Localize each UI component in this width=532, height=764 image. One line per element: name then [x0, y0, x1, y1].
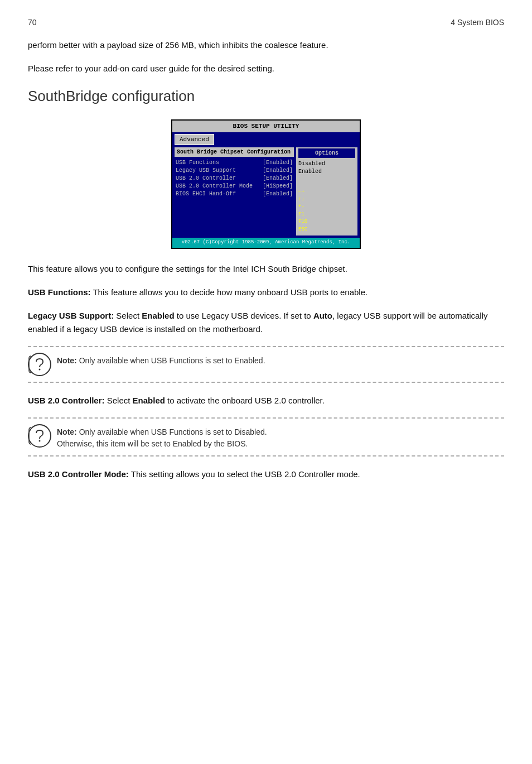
usb20-enabled: Enabled: [133, 396, 165, 405]
bios-screenshot: BIOS SETUP UTILITY Advanced South Bridge…: [171, 119, 361, 249]
bios-title: BIOS SETUP UTILITY: [172, 121, 360, 132]
bios-menu-item: USB 2.0 Controller[Enabled]: [175, 175, 294, 182]
bios-menu-item: Legacy USB Support[Enabled]: [175, 167, 294, 175]
svg-point-3: [39, 440, 41, 441]
svg-point-1: [39, 368, 41, 370]
bios-legend-key: F10: [298, 218, 311, 226]
usb20-mode-text: This setting allows you to select the US…: [129, 469, 360, 479]
usb-functions-text: This feature allows you to decide how ma…: [91, 287, 368, 297]
note-icon-1: [28, 353, 51, 376]
legacy-usb-pre: Select: [114, 311, 142, 320]
bios-menu-item: USB Functions[Enabled]: [175, 159, 294, 167]
bios-legend-row: ESCExit: [298, 226, 355, 234]
para-legacy-usb: Legacy USB Support: Select Enabled to us…: [28, 309, 504, 336]
usb20-mode-term: USB 2.0 Controller Mode:: [28, 469, 129, 479]
bios-body: South Bridge Chipset Configuration USB F…: [172, 145, 360, 238]
page-number-right: 4 System BIOS: [451, 17, 504, 28]
note-box-2: Note: Only available when USB Functions …: [28, 417, 504, 457]
legacy-usb-auto: Auto: [313, 311, 332, 320]
note-box-1: Note: Only available when USB Functions …: [28, 346, 504, 383]
note-label-2: Note:: [57, 427, 77, 436]
bios-legend-key: F1: [298, 211, 311, 219]
para-usb-functions: USB Functions: This feature allows you t…: [28, 286, 504, 299]
note-content-2a: Only available when USB Functions is set…: [77, 427, 267, 436]
bios-option-item: Disabled: [298, 160, 355, 168]
note-text-1: Note: Only available when USB Functions …: [57, 353, 265, 367]
svg-point-2: [28, 425, 51, 447]
bios-menu: USB Functions[Enabled]Legacy USB Support…: [175, 159, 294, 198]
bios-option-item: Enabled: [298, 168, 355, 176]
bios-legend-row: F10Save and Exit: [298, 218, 355, 226]
bios-legend-desc: General Help: [313, 211, 349, 219]
bios-legend-desc: Select Screen: [313, 188, 352, 196]
bios-options-title: Options: [298, 148, 355, 158]
note-content-1: Only available when USB Functions is set…: [77, 356, 265, 365]
bios-tab-advanced: Advanced: [175, 134, 214, 146]
bios-right-panel: Options DisabledEnabled ←→Select Screen↑…: [296, 147, 357, 236]
note-label-1: Note:: [57, 356, 77, 365]
bios-legend-desc: Save and Exit: [313, 218, 352, 226]
bios-legend-key: ↑↓: [298, 196, 311, 204]
bios-legend-key: +-: [298, 203, 311, 211]
bios-menu-item: USB 2.0 Controller Mode[HiSpeed]: [175, 182, 294, 190]
bios-legend: ←→Select Screen↑↓Select Item+-Change Opt…: [298, 187, 355, 234]
bios-section-title: South Bridge Chipset Configuration: [175, 147, 294, 157]
para-usb20-controller: USB 2.0 Controller: Select Enabled to ac…: [28, 394, 504, 407]
usb20-post: to activate the onboard USB 2.0 controll…: [165, 396, 325, 405]
bios-legend-desc: Select Item: [313, 196, 346, 204]
intro-para2: Please refer to your add-on card user gu…: [28, 62, 504, 75]
para-usb20-mode: USB 2.0 Controller Mode: This setting al…: [28, 468, 504, 481]
note-icon-2: [28, 424, 51, 448]
note-content-2b: Otherwise, this item will be set to Enab…: [57, 439, 248, 448]
legacy-usb-mid: to use Legacy USB devices. If set to: [175, 311, 313, 320]
para-intro: This feature allows you to configure the…: [28, 262, 504, 276]
bios-menu-item: BIOS EHCI Hand-Off[Enabled]: [175, 190, 294, 198]
page-number-left: 70: [28, 17, 37, 28]
bios-legend-row: F1General Help: [298, 211, 355, 219]
bios-legend-desc: Change Option: [313, 203, 352, 211]
usb20-controller-term: USB 2.0 Controller:: [28, 396, 105, 405]
bios-legend-row: +-Change Option: [298, 203, 355, 211]
section-heading: SouthBridge configuration: [28, 85, 504, 109]
bios-left-panel: South Bridge Chipset Configuration USB F…: [175, 147, 294, 236]
bios-legend-row: ←→Select Screen: [298, 188, 355, 196]
bios-legend-key: ESC: [298, 226, 311, 234]
page-header: 70 4 System BIOS: [28, 17, 504, 28]
bios-footer: v02.67 (C)Copyright 1985-2009, American …: [172, 238, 360, 248]
usb20-pre: Select: [105, 396, 133, 405]
bios-legend-desc: Exit: [313, 226, 325, 234]
legacy-usb-term: Legacy USB Support:: [28, 311, 114, 320]
legacy-usb-enabled: Enabled: [142, 311, 174, 320]
note-text-2: Note: Only available when USB Functions …: [57, 424, 267, 450]
intro-para1: perform better with a payload size of 25…: [28, 39, 504, 52]
bios-legend-row: ↑↓Select Item: [298, 196, 355, 204]
bios-legend-key: ←→: [298, 188, 311, 196]
bios-options-list: DisabledEnabled: [298, 160, 355, 176]
svg-point-0: [28, 353, 51, 376]
bios-tab-bar: Advanced: [172, 132, 360, 146]
usb-functions-term: USB Functions:: [28, 287, 91, 297]
